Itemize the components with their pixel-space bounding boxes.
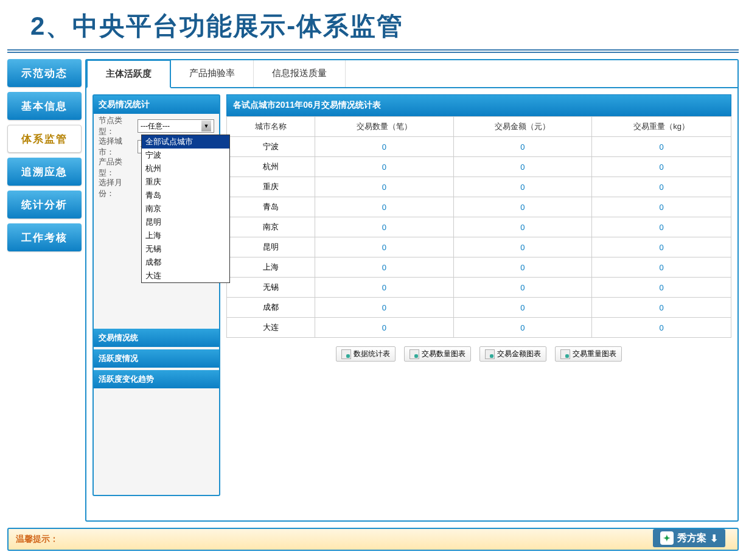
- nav-demo-status[interactable]: 示范动态: [7, 59, 82, 87]
- data-table: 城市名称 交易数量（笔） 交易金额（元） 交易重量（kg） 宁波000杭州000…: [226, 116, 731, 338]
- table-row: 上海000: [227, 257, 731, 278]
- cell-amount: 0: [453, 157, 591, 177]
- dropdown-option[interactable]: 重庆: [142, 175, 229, 189]
- dropdown-arrow-icon: ▼: [201, 121, 211, 131]
- table-row: 成都000: [227, 298, 731, 318]
- col-city: 城市名称: [227, 117, 315, 137]
- table-row: 青岛000: [227, 197, 731, 217]
- city-dropdown-list: 全部试点城市 宁波 杭州 重庆 青岛 南京 昆明 上海 无锡 成都 大连: [141, 135, 230, 283]
- footer-tip-bar: 温馨提示： ✦ 秀方案 ⬇: [7, 528, 739, 551]
- nav-basic-info[interactable]: 基本信息: [7, 92, 82, 120]
- col-qty: 交易数量（笔）: [315, 117, 453, 137]
- nav-stats-analysis[interactable]: 统计分析: [7, 191, 82, 219]
- cell-weight: 0: [592, 278, 731, 298]
- cell-amount: 0: [453, 298, 591, 318]
- col-weight: 交易重量（kg）: [592, 117, 731, 137]
- cell-amount: 0: [453, 177, 591, 197]
- footer-tip-label: 温馨提示：: [16, 534, 58, 544]
- document-icon: [560, 349, 570, 359]
- dropdown-option-all[interactable]: 全部试点城市: [142, 135, 229, 149]
- sidebar: 示范动态 基本信息 体系监管 追溯应急 统计分析 工作考核: [7, 59, 82, 522]
- content-panel: 主体活跃度 产品抽验率 信息报送质量 交易情况统计 节点类型： ---任意---…: [85, 59, 739, 522]
- cell-city: 成都: [227, 298, 315, 318]
- table-panel: 各试点城市2011年06月交易情况统计表 城市名称 交易数量（笔） 交易金额（元…: [226, 94, 731, 496]
- cell-qty: 0: [315, 298, 453, 318]
- table-row: 昆明000: [227, 237, 731, 257]
- cell-weight: 0: [592, 137, 731, 157]
- cell-weight: 0: [592, 237, 731, 257]
- table-row: 南京000: [227, 217, 731, 237]
- cell-qty: 0: [315, 257, 453, 278]
- cell-weight: 0: [592, 197, 731, 217]
- dropdown-option[interactable]: 成都: [142, 256, 229, 269]
- cell-city: 青岛: [227, 197, 315, 217]
- table-row: 杭州000: [227, 157, 731, 177]
- filter-header: 交易情况统计: [94, 96, 219, 114]
- cell-qty: 0: [315, 318, 453, 338]
- dropdown-option[interactable]: 昆明: [142, 215, 229, 229]
- node-type-select[interactable]: ---任意--- ▼: [138, 119, 214, 133]
- dropdown-option[interactable]: 大连: [142, 269, 229, 282]
- tab-bar: 主体活跃度 产品抽验率 信息报送质量: [86, 60, 737, 88]
- chart-button-row: 数据统计表 交易数量图表 交易金额图表 交易重量图表: [226, 338, 731, 370]
- cell-city: 昆明: [227, 237, 315, 257]
- dropdown-option[interactable]: 青岛: [142, 189, 229, 202]
- col-amount: 交易金额（元）: [453, 117, 591, 137]
- dropdown-option[interactable]: 南京: [142, 202, 229, 215]
- product-type-label: 产品类型：: [99, 156, 138, 178]
- cell-city: 无锡: [227, 278, 315, 298]
- cell-amount: 0: [453, 278, 591, 298]
- cell-city: 宁波: [227, 137, 315, 157]
- cell-amount: 0: [453, 237, 591, 257]
- cell-weight: 0: [592, 177, 731, 197]
- month-label: 选择月份：: [99, 177, 138, 199]
- cell-weight: 0: [592, 157, 731, 177]
- title-underline: [7, 49, 739, 53]
- filter-panel: 交易情况统计 节点类型： ---任意--- ▼ 选择城市： 全部试点城市 ▼: [92, 94, 220, 496]
- nav-trace-emergency[interactable]: 追溯应急: [7, 158, 82, 186]
- dropdown-option[interactable]: 宁波: [142, 149, 229, 162]
- cell-amount: 0: [453, 318, 591, 338]
- dropdown-option[interactable]: 杭州: [142, 162, 229, 175]
- cell-city: 上海: [227, 257, 315, 278]
- link-tab-activity[interactable]: 活跃度情况: [94, 349, 219, 368]
- cell-weight: 0: [592, 298, 731, 318]
- cell-weight: 0: [592, 217, 731, 237]
- nav-system-supervision[interactable]: 体系监管: [7, 125, 82, 153]
- cell-city: 重庆: [227, 177, 315, 197]
- table-title: 各试点城市2011年06月交易情况统计表: [226, 94, 731, 116]
- node-type-label: 节点类型：: [99, 115, 138, 137]
- tab-inspection-rate[interactable]: 产品抽验率: [171, 60, 254, 87]
- btn-data-table[interactable]: 数据统计表: [336, 346, 396, 362]
- download-icon: ⬇: [710, 533, 718, 544]
- city-label: 选择城市：: [99, 136, 138, 158]
- btn-amount-chart[interactable]: 交易金额图表: [479, 346, 546, 362]
- link-tab-transaction[interactable]: 交易情况统: [94, 329, 219, 347]
- cell-amount: 0: [453, 217, 591, 237]
- tab-activity[interactable]: 主体活跃度: [86, 60, 171, 88]
- document-icon: [341, 349, 351, 359]
- node-type-value: ---任意---: [141, 121, 170, 131]
- dropdown-option[interactable]: 上海: [142, 229, 229, 242]
- document-icon: [485, 349, 495, 359]
- page-title: 2、中央平台功能展示-体系监管: [0, 0, 746, 49]
- btn-weight-chart[interactable]: 交易重量图表: [555, 346, 622, 362]
- cell-amount: 0: [453, 197, 591, 217]
- tab-info-quality[interactable]: 信息报送质量: [254, 60, 346, 87]
- watermark-text: 秀方案: [677, 532, 706, 545]
- watermark: ✦ 秀方案 ⬇: [653, 529, 725, 547]
- wechat-icon: ✦: [660, 531, 674, 545]
- cell-city: 南京: [227, 217, 315, 237]
- nav-work-assessment[interactable]: 工作考核: [7, 223, 82, 251]
- cell-qty: 0: [315, 137, 453, 157]
- cell-city: 大连: [227, 318, 315, 338]
- dropdown-option[interactable]: 无锡: [142, 242, 229, 256]
- cell-amount: 0: [453, 137, 591, 157]
- cell-amount: 0: [453, 257, 591, 278]
- link-tab-activity-trend[interactable]: 活跃度变化趋势: [94, 370, 219, 388]
- cell-qty: 0: [315, 278, 453, 298]
- btn-qty-chart[interactable]: 交易数量图表: [404, 346, 471, 362]
- cell-qty: 0: [315, 237, 453, 257]
- document-icon: [410, 349, 419, 359]
- table-row: 无锡000: [227, 278, 731, 298]
